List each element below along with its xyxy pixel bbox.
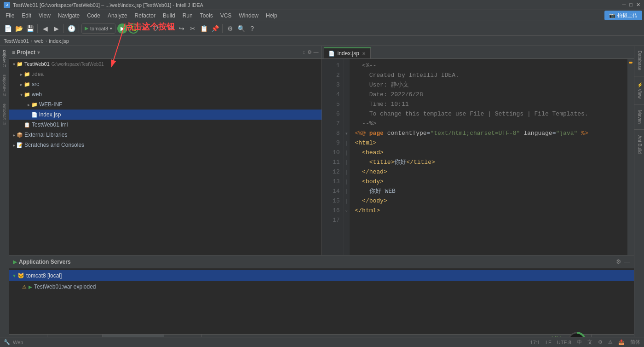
app-icon: J — [4, 2, 10, 8]
back-btn[interactable]: ◀ — [40, 23, 50, 34]
redo-btn[interactable]: ↪ — [177, 23, 187, 34]
menu-navigate[interactable]: Navigate — [54, 12, 83, 20]
sep4 — [163, 24, 163, 33]
app-server-content: ▾ 🐱 tomcat8 [local] ⚠ ▶ TestWeb01:war ex… — [9, 268, 634, 334]
paste-btn[interactable]: 📌 — [210, 23, 220, 34]
code-line-7: --%> — [355, 119, 622, 128]
gutter-marker-warning — [629, 62, 632, 64]
status-bar: 🔧 Web 17:1 LF UTF-8 中 文 ⚙ ⚠ 📤 简体 — [0, 337, 644, 347]
webapp-run-icon: ▶ — [29, 284, 32, 289]
code-line-2: Created by IntelliJ IDEA. — [355, 70, 622, 80]
tree-item-extlibs[interactable]: ▸ 📦 External Libraries — [9, 130, 322, 140]
debug-button[interactable]: 🐛 — [128, 23, 138, 34]
coverage-btn[interactable]: 🛡 — [150, 23, 161, 34]
status-simplified: 简体 — [630, 339, 640, 346]
vtab-favorites[interactable]: 2: Favorites — [0, 71, 9, 100]
webapp-label: TestWeb01:war exploded — [34, 283, 96, 290]
undo-btn[interactable]: ↩ — [166, 23, 176, 34]
copy-btn[interactable]: 📋 — [199, 23, 209, 34]
menu-tools[interactable]: Tools — [196, 12, 217, 20]
run-config-icon: ▶ — [85, 25, 88, 31]
sep1 — [37, 24, 38, 33]
tree-label-indexjsp: index.jsp — [39, 111, 61, 118]
menu-edit[interactable]: Edit — [18, 12, 35, 20]
tab-indexjsp[interactable]: 📄 index.jsp ✕ — [324, 47, 371, 58]
collapse-all-btn[interactable]: ↕ — [303, 49, 305, 55]
server-item-webapp[interactable]: ⚠ ▶ TestWeb01:war exploded — [9, 281, 634, 292]
rtab-maven[interactable]: Maven — [634, 105, 644, 128]
tree-item-idea[interactable]: ▸ 📁 .idea — [9, 69, 322, 79]
tree-item-indexjsp[interactable]: 📄 index.jsp — [9, 110, 322, 120]
code-line-9: <html> — [355, 138, 622, 148]
code-line-10: <head> — [355, 148, 622, 157]
menu-view[interactable]: View — [35, 12, 54, 20]
menu-run[interactable]: Run — [179, 12, 196, 20]
src-folder-icon: 📁 — [24, 81, 30, 87]
code-line-6: To change this template use File | Setti… — [355, 109, 622, 119]
breadcrumb-file[interactable]: index.jsp — [49, 38, 69, 44]
tree-item-iml[interactable]: 📋 TestWeb01.iml — [9, 120, 322, 130]
open-btn[interactable]: 📂 — [14, 23, 24, 34]
minimize-btn[interactable]: ─ — [622, 2, 626, 8]
maximize-btn[interactable]: □ — [629, 2, 632, 8]
forward-btn[interactable]: ▶ — [51, 23, 61, 34]
menu-build[interactable]: Build — [159, 12, 179, 20]
tomcat-icon: 🐱 — [17, 272, 24, 279]
tree-item-src[interactable]: ▸ 📁 src — [9, 79, 322, 89]
settings-btn[interactable]: ⚙ — [225, 23, 235, 34]
server-item-tomcat[interactable]: ▾ 🐱 tomcat8 [local] — [9, 270, 634, 281]
tab-icon-jsp: 📄 — [328, 51, 335, 57]
app-server-settings-btn[interactable]: ⚙ — [616, 258, 621, 265]
menu-file[interactable]: File — [2, 12, 18, 20]
code-line-12: </head> — [355, 167, 622, 177]
search-btn[interactable]: 🔍 — [236, 23, 246, 34]
run-button[interactable]: ▶ — [117, 23, 127, 34]
run-config-selector[interactable]: ▶ tomcat8 ▾ — [81, 23, 115, 34]
tree-path-root: G:\workspace\TestWeb01 — [52, 62, 104, 67]
status-share-icon: 📤 — [618, 339, 625, 345]
tree-item-web[interactable]: ▾ 📁 web — [9, 89, 322, 99]
menu-vcs[interactable]: VCS — [217, 12, 236, 20]
web-folder-icon: 📁 — [24, 92, 30, 98]
project-hide-btn[interactable]: — — [314, 49, 319, 55]
tab-close-btn[interactable]: ✕ — [362, 51, 366, 56]
code-line-17 — [355, 215, 622, 225]
idea-folder-icon: 📁 — [24, 71, 30, 77]
status-charset: UTF-8 — [557, 340, 571, 345]
tree-label-extlibs: External Libraries — [24, 132, 67, 138]
code-line-14: 你好 WEB — [355, 186, 622, 196]
stop-button[interactable]: ■ — [139, 23, 150, 34]
tree-item-webinf[interactable]: ▸ 📁 WEB-INF — [9, 99, 322, 110]
menu-window[interactable]: Window — [235, 12, 262, 20]
main-layout: 1: Project 2: Favorites 3: Structure ≡ P… — [0, 46, 644, 347]
tree-item-root[interactable]: ▾ 📁 TestWeb01 G:\workspace\TestWeb01 — [9, 59, 322, 69]
menu-refactor[interactable]: Refactor — [131, 12, 159, 20]
tree-item-scratches[interactable]: ▸ 📝 Scratches and Consoles — [9, 140, 322, 150]
help-btn[interactable]: ? — [247, 23, 257, 34]
menu-help[interactable]: Help — [262, 12, 281, 20]
tree-label-iml: TestWeb01.iml — [32, 121, 68, 128]
save-btn[interactable]: 💾 — [25, 23, 35, 34]
vtab-structure[interactable]: 3: Structure — [0, 100, 9, 129]
menu-analyze[interactable]: Analyze — [104, 12, 131, 20]
rtab-ant[interactable]: Ant Build — [634, 131, 644, 158]
recent-files-btn[interactable]: 🕐 — [66, 23, 76, 34]
project-label: ≡ Project — [12, 49, 35, 56]
status-settings-icon: ⚙ — [598, 339, 603, 345]
capture-upload-button[interactable]: 📷 拍摄上传 — [604, 11, 642, 20]
project-settings-btn[interactable]: ⚙ — [307, 49, 312, 55]
menu-code[interactable]: Code — [83, 12, 104, 20]
title-bar: J TestWeb01 [G:\workspace\TestWeb01] – .… — [0, 0, 644, 10]
close-btn[interactable]: ✕ — [636, 2, 640, 8]
breadcrumb-web[interactable]: web — [34, 38, 44, 44]
rtab-ejview[interactable]: ⚡ View — [634, 77, 644, 103]
vtab-project[interactable]: 1: Project — [0, 46, 9, 71]
cut-btn[interactable]: ✂ — [188, 23, 198, 34]
breadcrumb-root[interactable]: TestWeb01 — [4, 38, 29, 44]
scratches-icon: 📝 — [17, 142, 23, 148]
app-servers-title: Application Servers — [19, 259, 71, 265]
app-server-hide-btn[interactable]: — — [624, 258, 630, 265]
rtab-database[interactable]: Database — [634, 46, 644, 75]
tree-label-src: src — [32, 81, 39, 87]
new-file-btn[interactable]: 📄 — [3, 23, 13, 34]
